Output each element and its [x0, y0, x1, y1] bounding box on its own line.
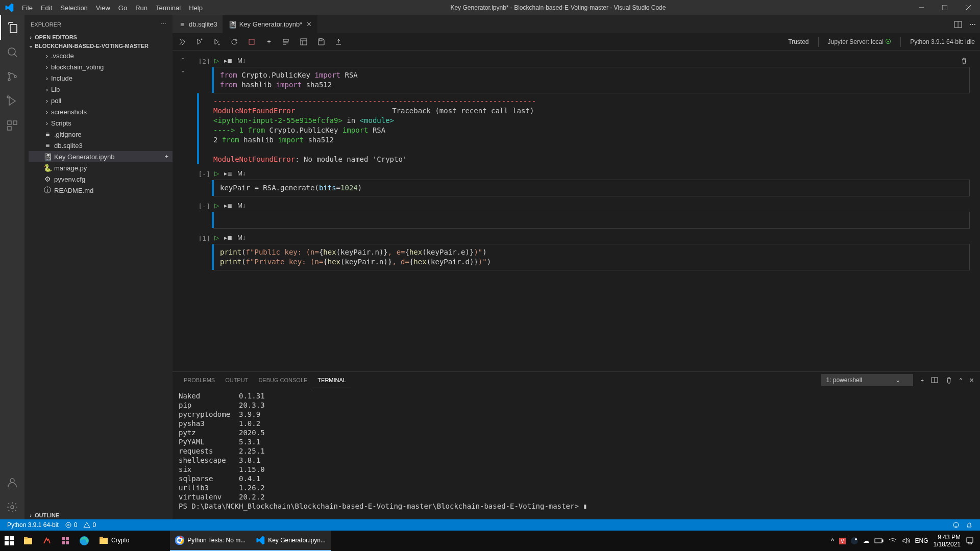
tree-item[interactable]: 📓Key Generator.ipynb — [29, 151, 173, 162]
run-by-line-icon[interactable]: ▸≣ — [224, 170, 232, 177]
tray-lang[interactable]: ENG — [915, 537, 928, 544]
close-panel-icon[interactable]: ✕ — [969, 377, 974, 384]
tray-volume-icon[interactable] — [902, 537, 910, 544]
clear-output-icon[interactable] — [282, 37, 291, 46]
menu-help[interactable]: Help — [185, 0, 207, 15]
terminal-select[interactable]: 1: powershell⌄ — [821, 374, 913, 386]
tree-item[interactable]: 🐍manage.py — [29, 162, 173, 173]
markdown-icon[interactable]: M↓ — [237, 234, 246, 241]
close-tab-icon[interactable]: ✕ — [306, 20, 312, 28]
delete-cell-icon[interactable] — [961, 57, 968, 64]
tray-icon-1[interactable]: V — [839, 538, 846, 544]
tree-item[interactable]: ⓘREADME.md — [29, 185, 173, 196]
minimize-button[interactable] — [910, 0, 933, 15]
project-section[interactable]: ⌄ BLOCKCHAIN-BASED-E-VOTING-MASTER — [24, 41, 173, 50]
status-feedback-icon[interactable] — [949, 521, 963, 529]
run-by-line-icon[interactable]: ▸≣ — [224, 234, 232, 241]
maximize-panel-icon[interactable]: ^ — [960, 377, 962, 383]
code-cell[interactable]: keyPair = RSA.generate(bits=1024) — [213, 180, 970, 196]
jupyter-server-label[interactable]: Jupyter Server: local ⦿ — [828, 38, 892, 45]
tree-item[interactable]: ›blockchain_voting — [29, 61, 173, 72]
tray-steam-icon[interactable] — [851, 537, 858, 544]
markdown-icon[interactable]: M↓ — [237, 202, 246, 209]
status-python[interactable]: Python 3.9.1 64-bit — [4, 521, 62, 529]
run-by-line-icon[interactable]: ▸≣ — [224, 57, 232, 64]
markdown-icon[interactable]: M↓ — [237, 57, 246, 64]
run-cell-icon[interactable]: ▷ — [214, 234, 219, 241]
add-file-icon[interactable]: + — [164, 153, 168, 160]
run-by-line-icon[interactable]: ▸≣ — [224, 202, 232, 209]
activity-accounts[interactable] — [0, 470, 24, 495]
terminal-body[interactable]: Naked 0.1.31pip 20.3.3pycryptodome 3.9.9… — [173, 388, 980, 519]
activity-search[interactable] — [0, 40, 24, 64]
start-button[interactable] — [0, 531, 18, 551]
new-terminal-icon[interactable]: + — [920, 377, 923, 383]
notebook-cell[interactable]: [-]▷▸≣M↓keyPair = RSA.generate(bits=1024… — [173, 168, 980, 201]
notebook-cell[interactable]: ⌃⌄[2]▷▸≣M↓from Crypto.PublicKey import R… — [173, 56, 980, 168]
tree-item[interactable]: ›poll — [29, 95, 173, 106]
task-vscode[interactable]: Key Generator.ipyn... — [251, 531, 331, 551]
run-below-icon[interactable] — [212, 37, 222, 46]
tray-battery-icon[interactable] — [874, 538, 884, 544]
task-crypto-folder[interactable]: Crypto — [94, 531, 134, 551]
status-errors[interactable]: 0 — [62, 521, 81, 529]
task-app-1[interactable] — [38, 531, 56, 551]
export-icon[interactable] — [334, 37, 343, 46]
open-editors-section[interactable]: › OPEN EDITORS — [24, 33, 173, 41]
notebook-cell[interactable]: [-]▷▸≣M↓ — [173, 201, 980, 233]
menu-edit[interactable]: Edit — [37, 0, 56, 15]
activity-run-debug[interactable] — [0, 89, 24, 113]
tray-chevron-icon[interactable]: ^ — [831, 537, 834, 544]
fold-down-icon[interactable]: ⌄ — [180, 66, 186, 74]
trusted-label[interactable]: Trusted — [788, 38, 808, 45]
tray-wifi-icon[interactable] — [889, 537, 897, 544]
activity-extensions[interactable] — [0, 113, 24, 138]
tray-clock[interactable]: 9:43 PM 1/18/2021 — [934, 534, 961, 548]
task-edge[interactable] — [75, 531, 94, 551]
task-app-2[interactable] — [56, 531, 75, 551]
tab-key-generator[interactable]: 📓 Key Generator.ipynb* ✕ — [223, 15, 318, 33]
tree-item[interactable]: ›Scripts — [29, 117, 173, 129]
panel-tab-debug-console[interactable]: DEBUG CONSOLE — [253, 372, 312, 388]
maximize-button[interactable] — [933, 0, 957, 15]
menu-go[interactable]: Go — [114, 0, 131, 15]
outline-section[interactable]: › OUTLINE — [24, 511, 173, 519]
run-above-icon[interactable] — [195, 37, 204, 46]
run-cell-icon[interactable]: ▷ — [214, 170, 219, 177]
task-explorer[interactable] — [18, 531, 38, 551]
more-actions-icon[interactable]: ⋯ — [969, 20, 976, 29]
status-bell-icon[interactable] — [963, 521, 976, 529]
variables-icon[interactable] — [299, 37, 308, 46]
activity-source-control[interactable] — [0, 64, 24, 89]
restart-icon[interactable] — [230, 37, 239, 46]
tray-action-center-icon[interactable] — [966, 537, 974, 545]
code-cell[interactable]: print(f"Public key: (n={hex(keyPair.n)},… — [213, 244, 970, 270]
tree-item[interactable]: ›screenshots — [29, 106, 173, 117]
code-cell[interactable]: from Crypto.PublicKey import RSAfrom has… — [213, 67, 970, 93]
menu-file[interactable]: File — [18, 0, 37, 15]
tray-icon-3[interactable]: ☁ — [863, 537, 869, 544]
tree-item[interactable]: ›.vscode — [29, 50, 173, 61]
tree-item[interactable]: ⚙pyvenv.cfg — [29, 173, 173, 185]
menu-selection[interactable]: Selection — [56, 0, 91, 15]
fold-up-icon[interactable]: ⌃ — [180, 57, 186, 64]
menu-terminal[interactable]: Terminal — [152, 0, 185, 15]
menu-view[interactable]: View — [92, 0, 114, 15]
tree-item[interactable]: ›Include — [29, 72, 173, 84]
panel-tab-output[interactable]: OUTPUT — [220, 372, 253, 388]
explorer-more-icon[interactable]: ⋯ — [161, 21, 166, 28]
tab-db-sqlite3[interactable]: ≡ db.sqlite3 — [173, 15, 223, 33]
markdown-icon[interactable]: M↓ — [237, 170, 246, 177]
split-editor-icon[interactable] — [954, 20, 962, 29]
activity-explorer[interactable] — [0, 15, 24, 40]
interrupt-icon[interactable] — [247, 37, 256, 46]
code-cell[interactable] — [213, 212, 970, 229]
status-warnings[interactable]: 0 — [80, 521, 99, 529]
kernel-label[interactable]: Python 3.9.1 64-bit: Idle — [910, 38, 975, 45]
activity-settings[interactable] — [0, 495, 24, 519]
panel-tab-terminal[interactable]: TERMINAL — [312, 372, 351, 388]
menu-run[interactable]: Run — [131, 0, 152, 15]
task-chrome[interactable]: Python Tests: No m... — [170, 531, 251, 551]
save-icon[interactable] — [316, 37, 326, 46]
kill-terminal-icon[interactable] — [945, 377, 952, 384]
